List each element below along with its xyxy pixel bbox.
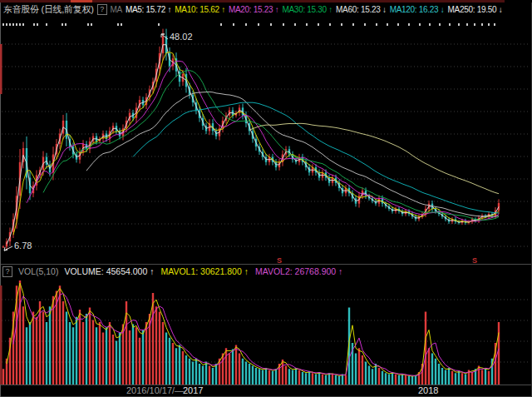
event-mark xyxy=(494,23,495,26)
event-mark xyxy=(329,23,331,26)
volume-bars-layer xyxy=(2,280,500,385)
event-mark xyxy=(2,23,4,26)
event-mark xyxy=(419,23,421,26)
low-annotation-arrow xyxy=(4,246,12,251)
stock-chart-window: 东音股份 (日线,前复权) ? MA MA5: 15.72 ↑MA10: 15.… xyxy=(0,0,532,397)
event-marker-row xyxy=(2,23,495,26)
event-mark xyxy=(22,23,24,26)
event-mark xyxy=(33,23,35,26)
legend-item: MA250: 19.50 ↓ xyxy=(448,5,503,14)
event-mark xyxy=(481,23,483,26)
event-mark xyxy=(270,23,272,26)
candlestick-layer xyxy=(2,29,500,251)
event-mark xyxy=(429,23,431,26)
legend-item: MA10: 15.62 ↑ xyxy=(175,5,225,14)
event-mark xyxy=(397,23,399,26)
event-mark xyxy=(117,23,119,26)
event-mark xyxy=(245,23,247,26)
legend-item: MAVOL2: 26768.900 ↑ xyxy=(255,266,342,276)
ma-line-ma120 xyxy=(133,102,499,213)
event-mark xyxy=(387,23,388,26)
event-mark xyxy=(12,23,14,26)
volume-indicator-label: VOL(5,10) xyxy=(18,266,58,276)
event-mark xyxy=(37,23,38,26)
x-axis-label: 2017 xyxy=(183,385,203,395)
event-mark xyxy=(220,23,222,26)
event-mark xyxy=(341,23,342,26)
legend-item: MAVOL1: 30621.800 ↑ xyxy=(160,266,248,276)
event-mark xyxy=(306,23,308,26)
main-gridlines xyxy=(2,44,530,246)
moving-average-lines xyxy=(7,45,499,245)
volume-gridlines xyxy=(2,300,530,362)
event-mark xyxy=(283,23,284,26)
volume-help-button[interactable]: ? xyxy=(2,266,12,277)
event-mark xyxy=(158,23,160,26)
event-mark xyxy=(439,23,441,26)
event-mark xyxy=(91,23,92,26)
left-edge-volume-artifact xyxy=(0,285,2,385)
top-strip-highlight xyxy=(71,0,92,2)
event-mark xyxy=(62,23,63,26)
event-mark xyxy=(294,23,296,26)
event-mark xyxy=(121,23,122,26)
x-axis-label: 2018 xyxy=(418,385,438,395)
event-mark xyxy=(449,23,451,26)
event-mark xyxy=(19,23,21,26)
event-mark xyxy=(16,23,17,26)
x-axis-label: 2016/10/17/— xyxy=(126,385,184,395)
legend-item: MA30: 15.30 ↑ xyxy=(282,5,332,14)
event-mark xyxy=(6,23,7,26)
event-mark xyxy=(65,23,66,26)
volume-header: ? VOL(5,10) VOLUME: 45654.000 ↑MAVOL1: 3… xyxy=(2,265,530,277)
event-mark xyxy=(364,23,366,26)
main-chart-header: 东音股份 (日线,前复权) ? MA MA5: 15.72 ↑MA10: 15.… xyxy=(3,3,530,16)
event-mark xyxy=(488,23,490,26)
top-strip xyxy=(0,0,505,2)
ma-line-ma30 xyxy=(43,71,499,221)
event-mark xyxy=(466,23,468,26)
event-mark xyxy=(474,23,475,26)
event-mark xyxy=(233,23,234,26)
ma-legend: MA5: 15.72 ↑MA10: 15.62 ↑MA20: 15.23 ↑MA… xyxy=(126,5,502,14)
high-price-annotation: 48.02 xyxy=(170,32,193,42)
event-mark xyxy=(9,23,11,26)
sell-marker: S xyxy=(277,256,282,265)
ma-indicator-label: MA xyxy=(111,5,122,14)
event-mark xyxy=(46,23,47,26)
low-price-annotation: 6.78 xyxy=(14,241,32,251)
chart-canvas[interactable]: 48.026.78SS2016/10/17/—20172018 xyxy=(0,0,532,397)
legend-item: MA60: 15.23 ↓ xyxy=(336,5,387,14)
sell-marker: S xyxy=(472,256,477,265)
event-mark xyxy=(352,23,354,26)
legend-item: MA20: 15.23 ↑ xyxy=(229,5,279,14)
left-edge-candle-artifact xyxy=(0,44,2,94)
help-button[interactable]: ? xyxy=(97,4,107,15)
event-mark xyxy=(258,23,259,26)
event-mark xyxy=(408,23,410,26)
volume-legend: VOLUME: 45654.000 ↑MAVOL1: 30621.800 ↑MA… xyxy=(64,266,342,276)
event-mark xyxy=(458,23,460,26)
event-mark xyxy=(87,23,89,26)
legend-item: VOLUME: 45654.000 ↑ xyxy=(64,266,154,276)
legend-item: MA120: 16.23 ↓ xyxy=(390,5,445,14)
event-mark xyxy=(318,23,319,26)
legend-item: MA5: 15.72 ↑ xyxy=(126,5,171,14)
chart-title: 东音股份 (日线,前复权) xyxy=(3,3,94,16)
event-mark xyxy=(376,23,377,26)
